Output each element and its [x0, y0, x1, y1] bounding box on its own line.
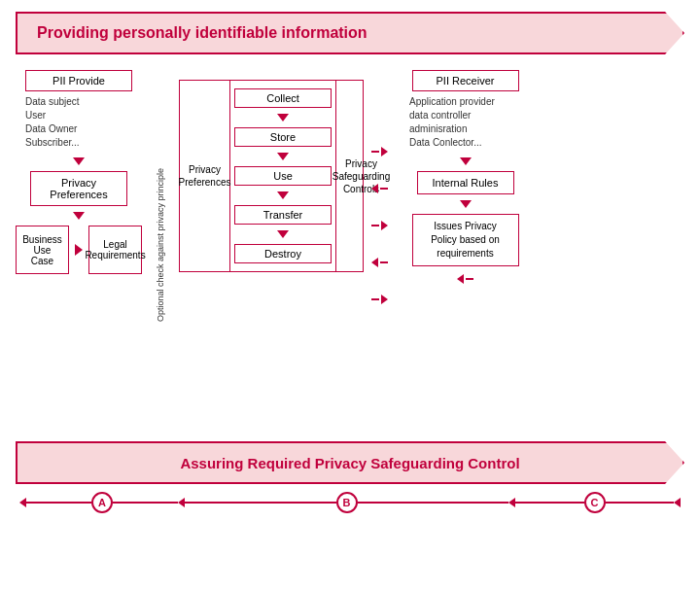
steps-column: Collect Store Use Transfer Destroy [230, 81, 335, 271]
arrow-collect-store [277, 114, 289, 122]
center-main-box: PrivacyPreferences Collect Store Use Tra… [179, 80, 364, 272]
legal-requirements-label: Legal Requirements [85, 239, 145, 261]
pii-provider-subjects: Data subjectUserData OwnerSubscriber... [25, 95, 132, 150]
optional-check-label: Optional check against privacy principle [156, 168, 165, 322]
privacy-pref-side-label: PrivacyPreferences [180, 81, 230, 271]
arrow-transfer-destroy [277, 230, 289, 238]
arrow-down-2 [73, 212, 85, 220]
pii-receiver-subjects: Application providerdata controlleradmin… [409, 95, 521, 150]
section-a: A [19, 492, 185, 513]
privacy-pref-box-left: PrivacyPreferences [30, 171, 127, 206]
main-area: PII Provide Data subjectUserData OwnerSu… [16, 70, 684, 430]
abc-row: A B C [16, 492, 684, 513]
line-issues [466, 278, 473, 280]
line-a-right [113, 502, 178, 504]
circle-b: B [336, 492, 358, 513]
issues-policy-label: Issues PrivacyPolicy based onrequirement… [431, 221, 500, 259]
arrow-down-right-1 [460, 157, 472, 165]
left-column: PII Provide Data subjectUserData OwnerSu… [16, 70, 142, 274]
line-a-left [26, 502, 91, 504]
top-banner-text: Providing personally identifiable inform… [37, 24, 368, 42]
center-right-connectors [371, 80, 387, 371]
line-c-left [515, 502, 584, 504]
pii-provider-box: PII Provide [25, 70, 132, 91]
pii-receiver-box: PII Receiver [412, 70, 519, 91]
bottom-boxes-left: Business Use Case Legal Requirements [16, 226, 142, 274]
pii-provider-label: PII Provide [52, 75, 105, 87]
arrow-left-b [508, 498, 515, 507]
line-b-right [358, 502, 509, 504]
right-column: PII Receiver Application providerdata co… [395, 70, 536, 284]
step-destroy: Destroy [234, 244, 332, 263]
business-use-case-label: Business Use Case [21, 234, 63, 266]
step-use: Use [234, 166, 332, 186]
arrow-left-issues [457, 274, 464, 284]
circle-c: C [584, 492, 606, 513]
business-use-case-box: Business Use Case [16, 226, 69, 274]
top-banner: Providing personally identifiable inform… [16, 12, 684, 54]
line-b-left [185, 502, 336, 504]
arrow-left-a2 [178, 498, 185, 507]
internal-rules-label: Internal Rules [433, 177, 499, 189]
issues-policy-box: Issues PrivacyPolicy based onrequirement… [412, 214, 519, 266]
section-b: B [185, 492, 515, 513]
step-transfer: Transfer [234, 205, 332, 225]
arrow-use-transfer [277, 191, 289, 199]
arrow-down-right-2 [460, 200, 472, 208]
pii-receiver-label: PII Receiver [437, 75, 495, 87]
step-collect: Collect [234, 88, 332, 108]
arrow-store-use [277, 153, 289, 160]
arrow-left-c [674, 498, 681, 507]
line-c-right [606, 502, 675, 504]
section-c: C [515, 492, 681, 513]
bottom-banner-text: Assuring Required Privacy Safeguarding C… [180, 455, 519, 471]
arrow-left-a [19, 498, 26, 507]
diagram-container: Providing personally identifiable inform… [0, 0, 700, 591]
legal-requirements-box: Legal Requirements [88, 226, 142, 274]
arrow-down-1 [73, 157, 85, 165]
internal-rules-box: Internal Rules [417, 171, 514, 194]
bottom-banner: Assuring Required Privacy Safeguarding C… [16, 441, 684, 484]
circle-a: A [91, 492, 113, 513]
step-store: Store [234, 127, 332, 147]
arrow-right-1 [75, 244, 83, 256]
